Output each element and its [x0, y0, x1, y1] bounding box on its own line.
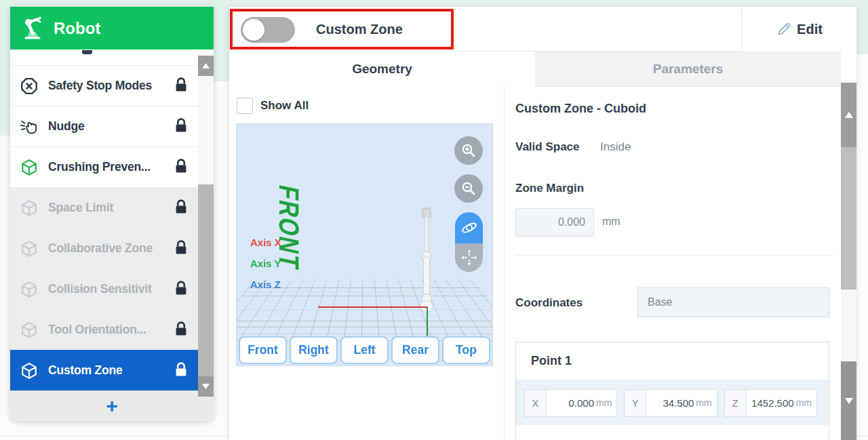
- show-all-label: Show All: [260, 99, 309, 113]
- axis-z-line: [427, 307, 428, 337]
- point-field-x[interactable]: X0.000mm: [524, 389, 617, 417]
- show-all-checkbox[interactable]: [237, 98, 253, 114]
- sidebar-item-safety-stop-modes[interactable]: Safety Stop Modes: [10, 65, 198, 106]
- main-scroll-up-button[interactable]: [841, 83, 856, 147]
- pencil-icon: [776, 22, 791, 37]
- sidebar-item-label: Safety Stop Modes: [48, 79, 174, 93]
- background-gap-band: [214, 0, 229, 81]
- sidebar-scroll-thumb[interactable]: [198, 184, 214, 376]
- main-scroll-down-button[interactable]: [841, 361, 856, 440]
- view-rear-button[interactable]: Rear: [391, 336, 439, 364]
- sidebar-title: Robot: [54, 19, 100, 38]
- view-buttons: FrontRightLeftRearTop: [239, 336, 490, 364]
- valid-space-label: Valid Space: [515, 140, 580, 154]
- lock-icon: [174, 321, 188, 339]
- lock-icon: [174, 240, 188, 258]
- arrow-down-icon: [845, 398, 853, 404]
- lock-icon: [174, 199, 188, 217]
- edit-label: Edit: [797, 22, 823, 37]
- tab-geometry[interactable]: Geometry: [229, 52, 535, 87]
- coordinates-select[interactable]: Base: [637, 287, 829, 317]
- lock-icon: [174, 77, 188, 95]
- point-1-fields: X0.000mmY34.500mmZ1452.500mm: [516, 380, 829, 425]
- main-scroll-track[interactable]: [841, 289, 856, 361]
- tab-bar: Geometry Parameters: [229, 52, 841, 87]
- sidebar-item-label: Custom Zone: [48, 363, 174, 378]
- main-scroll-thumb[interactable]: [841, 147, 856, 289]
- toggle-label: Custom Zone: [316, 7, 403, 52]
- cube-icon: [20, 280, 39, 298]
- edit-button[interactable]: Edit: [742, 7, 856, 52]
- sidebar-item-collision-sensitivit[interactable]: Collision Sensitivit: [10, 268, 198, 309]
- cube-icon: [20, 239, 39, 258]
- nudge-hand-icon: [20, 117, 39, 136]
- sidebar-item-space-limit[interactable]: Space Limit: [10, 187, 198, 228]
- pan-view-button[interactable]: [455, 243, 483, 272]
- point-field-y[interactable]: Y34.500mm: [624, 389, 717, 417]
- point-1-section: Point 1 X0.000mmY34.500mmZ1452.500mm: [515, 342, 829, 440]
- sidebar-item-crushing-preven[interactable]: Crushing Preven...: [10, 146, 198, 187]
- rotate-view-button[interactable]: [455, 212, 483, 243]
- sidebar-scroll-up-button[interactable]: [198, 56, 214, 76]
- lock-icon: [174, 362, 188, 380]
- cube-icon: [20, 199, 39, 217]
- view-front-button[interactable]: Front: [239, 336, 287, 364]
- point-field-z[interactable]: Z1452.500mm: [724, 389, 817, 417]
- toggle-knob: [243, 19, 264, 41]
- view-left-button[interactable]: Left: [340, 336, 389, 364]
- sidebar-item-partial[interactable]: [10, 49, 198, 65]
- magnifier-plus-icon: [460, 142, 477, 159]
- arrow-up-icon: [845, 112, 853, 118]
- main-scrollbar: [841, 83, 856, 440]
- main-panel: Custom Zone Edit Geometry Parameters Sho…: [229, 7, 856, 440]
- details-title: Custom Zone - Cuboid: [515, 102, 646, 116]
- zone-margin-input[interactable]: [515, 208, 594, 237]
- sidebar: Robot Safety Stop ModesNudgeCrushing Pre…: [10, 7, 214, 421]
- sidebar-item-custom-zone[interactable]: Custom Zone: [10, 350, 198, 391]
- orbit-rotate-icon: [460, 219, 478, 237]
- view-right-button[interactable]: Right: [290, 336, 338, 364]
- axis-x-line: [318, 306, 428, 308]
- zone-margin-label: Zone Margin: [515, 182, 584, 195]
- sidebar-item-label: Tool Orientation...: [48, 323, 174, 337]
- details-divider: [504, 87, 505, 440]
- arrow-up-icon: [202, 63, 210, 68]
- tab-parameters[interactable]: Parameters: [535, 52, 841, 87]
- robot-arm-icon: [21, 16, 48, 41]
- sidebar-item-collaborative-zone[interactable]: Collaborative Zone: [10, 228, 198, 268]
- lock-icon: [174, 118, 188, 136]
- coordinate-value: 0.000: [547, 390, 594, 416]
- coordinates-label: Coordinates: [515, 296, 583, 310]
- robot-3d-viewer[interactable]: Axis XAxis YAxis Z FRONT: [236, 123, 493, 366]
- valid-space-value: Inside: [600, 140, 631, 154]
- axis-label: Y: [625, 390, 646, 416]
- add-zone-button[interactable]: +: [10, 391, 214, 421]
- magnifier-minus-icon: [460, 180, 477, 197]
- coordinate-value: 1452.500: [747, 390, 794, 416]
- sidebar-item-nudge[interactable]: Nudge: [10, 106, 198, 146]
- point-1-title: Point 1: [516, 342, 829, 380]
- view-top-button[interactable]: Top: [442, 336, 490, 364]
- top-bar: Custom Zone Edit: [229, 7, 856, 52]
- sidebar-item-label: Collision Sensitivit: [48, 282, 174, 296]
- floor-front-label: FRONT: [273, 182, 305, 273]
- octagon-x-icon: [20, 77, 39, 95]
- arrow-down-icon: [202, 384, 210, 389]
- lock-icon: [174, 159, 188, 176]
- show-all-control: Show All: [237, 98, 309, 114]
- sidebar-item-tool-orientation[interactable]: Tool Orientation...: [10, 309, 198, 350]
- sidebar-scroll-track[interactable]: [198, 76, 214, 184]
- custom-zone-toggle[interactable]: [241, 17, 295, 43]
- coordinate-value: 34.500: [646, 390, 694, 416]
- axis-label-axis-z: Axis Z: [250, 279, 281, 300]
- background-right-band: [856, 0, 868, 54]
- sidebar-item-label: Space Limit: [48, 201, 174, 215]
- sidebar-scroll-down-button[interactable]: [198, 376, 214, 397]
- sidebar-list: Safety Stop ModesNudgeCrushing Preven...…: [10, 49, 198, 391]
- unit-label: mm: [596, 390, 616, 416]
- axis-label: Z: [725, 390, 747, 416]
- zoom-out-button[interactable]: [454, 174, 483, 203]
- partial-lock-icon: [82, 50, 92, 54]
- zoom-in-button[interactable]: [454, 136, 483, 165]
- lock-icon: [174, 281, 188, 298]
